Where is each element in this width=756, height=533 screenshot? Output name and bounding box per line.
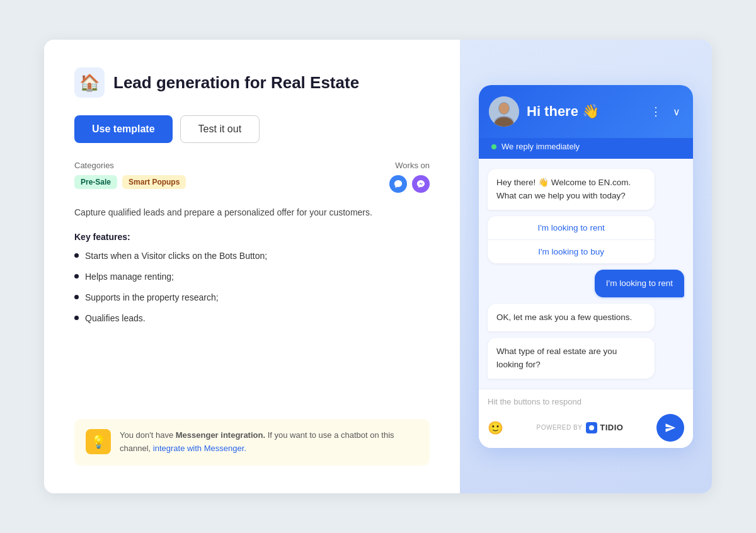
buttons-row: Use template Test it out: [74, 115, 430, 143]
tag-smartpopups: Smart Popups: [122, 175, 186, 189]
title-row: 🏠 Lead generation for Real Estate: [74, 67, 430, 98]
platform-icons-row: [389, 175, 430, 193]
powered-by-section: POWERED BY TIDIO: [537, 422, 624, 433]
status-text: We reply immediately: [501, 142, 580, 151]
message-bubble-bot-questions: OK, let me ask you a few questions.: [488, 304, 655, 331]
info-bold: Messenger integration.: [176, 430, 265, 440]
list-item: Qualifies leads.: [74, 312, 430, 325]
info-box-text: You don't have Messenger integration. If…: [120, 429, 418, 456]
feature-item-text: Supports in the property research;: [85, 291, 219, 304]
option-buy[interactable]: I'm looking to buy: [488, 240, 655, 263]
feature-item-text: Helps manage renting;: [85, 270, 174, 284]
bullet-icon: [74, 253, 79, 258]
more-options-icon[interactable]: ⋮: [650, 105, 663, 118]
avatar: [489, 96, 519, 127]
features-list: Starts when a Visitor clicks on the Bots…: [74, 249, 430, 325]
chat-messages: Hey there! 👋 Welcome to EN.com. What can…: [479, 159, 693, 389]
meta-row: Categories Pre-Sale Smart Popups Works o…: [74, 161, 430, 193]
chat-platform-icon: [389, 175, 407, 193]
input-placeholder-text: Hit the buttons to respond: [488, 397, 684, 406]
tidio-icon: [586, 422, 597, 433]
message-text: Hey there! 👋 Welcome to EN.com. What can…: [496, 178, 631, 200]
message-bubble-bot-realestate: What type of real estate are you looking…: [488, 338, 655, 379]
lightbulb-icon: 💡: [86, 429, 111, 454]
right-panel: Hi there 👋 ⋮ ∨ We reply immediately Hey …: [460, 40, 712, 493]
tidio-label: TIDIO: [600, 423, 623, 432]
test-it-out-button[interactable]: Test it out: [180, 115, 260, 143]
chat-input-row: 🙂 POWERED BY TIDIO: [488, 414, 684, 442]
categories-block: Categories Pre-Sale Smart Popups: [74, 161, 186, 189]
tidio-logo: TIDIO: [586, 422, 623, 433]
tags-row: Pre-Sale Smart Popups: [74, 175, 186, 189]
svg-point-3: [499, 103, 509, 114]
chat-widget: Hi there 👋 ⋮ ∨ We reply immediately Hey …: [479, 85, 693, 448]
bullet-icon: [74, 295, 79, 299]
chat-input-area: Hit the buttons to respond 🙂 POWERED BY …: [479, 389, 693, 448]
left-panel: 🏠 Lead generation for Real Estate Use te…: [44, 40, 460, 493]
works-on-label: Works on: [395, 161, 430, 170]
use-template-button[interactable]: Use template: [74, 115, 173, 143]
chat-greeting: Hi there 👋: [527, 103, 643, 120]
messenger-platform-icon: [412, 175, 430, 193]
list-item: Supports in the property research;: [74, 291, 430, 304]
option-rent[interactable]: I'm looking to rent: [488, 216, 655, 240]
message-bubble-bot-welcome: Hey there! 👋 Welcome to EN.com. What can…: [488, 169, 655, 210]
info-box: 💡 You don't have Messenger integration. …: [74, 419, 430, 466]
send-button[interactable]: [656, 414, 684, 442]
main-card: 🏠 Lead generation for Real Estate Use te…: [44, 40, 712, 493]
chat-status-bar: We reply immediately: [479, 138, 693, 159]
svg-point-5: [589, 425, 594, 430]
chevron-down-icon[interactable]: ∨: [673, 106, 680, 118]
key-features-label: Key features:: [74, 232, 430, 242]
feature-item-text: Qualifies leads.: [85, 312, 146, 325]
categories-label: Categories: [74, 161, 186, 170]
bullet-icon: [74, 316, 79, 320]
powered-by-label: POWERED BY: [537, 424, 583, 431]
description-text: Capture qualified leads and prepare a pe…: [74, 205, 430, 219]
list-item: Starts when a Visitor clicks on the Bots…: [74, 249, 430, 263]
message-options: I'm looking to rent I'm looking to buy: [488, 216, 655, 263]
works-on-block: Works on: [389, 161, 430, 193]
online-status-dot: [491, 144, 496, 149]
header-actions: ⋮ ∨: [650, 105, 680, 118]
chat-header: Hi there 👋 ⋮ ∨: [479, 85, 693, 138]
bullet-icon: [74, 274, 79, 278]
house-icon: 🏠: [74, 67, 105, 98]
messenger-link[interactable]: integrate with Messenger.: [153, 444, 246, 453]
info-text-1: You don't have: [120, 430, 176, 440]
tag-presale: Pre-Sale: [74, 175, 117, 189]
page-title: Lead generation for Real Estate: [113, 73, 359, 93]
emoji-icon[interactable]: 🙂: [488, 420, 503, 435]
feature-item-text: Starts when a Visitor clicks on the Bots…: [85, 249, 267, 263]
list-item: Helps manage renting;: [74, 270, 430, 284]
message-bubble-user-rent: I'm looking to rent: [595, 270, 684, 297]
